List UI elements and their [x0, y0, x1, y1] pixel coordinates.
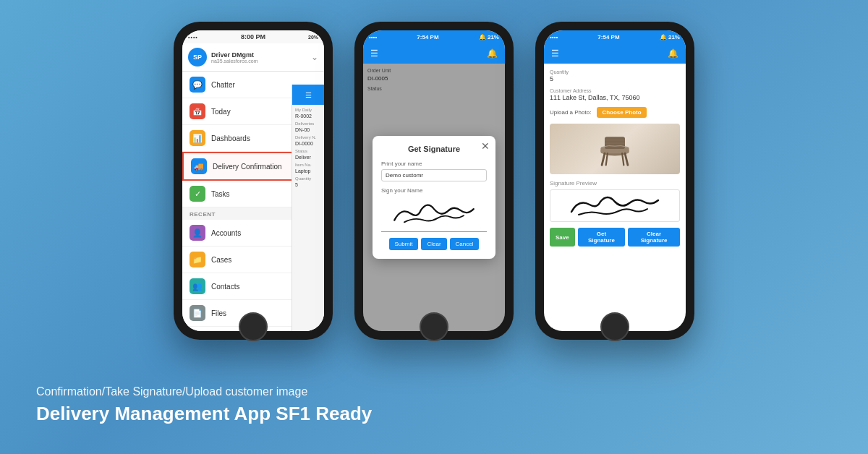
bell-icon-3[interactable]: 🔔: [668, 48, 678, 59]
signal-dots-2: ••••: [369, 34, 377, 40]
rp-value-1: R-0002: [295, 113, 321, 119]
phone-2: •••• 7:54 PM 🔔 21% ☰ 🔔 Order Unit DI-000…: [354, 22, 514, 340]
submit-button[interactable]: Submit: [389, 238, 419, 250]
battery-2: 🔔 21%: [479, 34, 499, 40]
right-panel-content: My Daily R-0002 Deliveries DN-00 Deliver…: [292, 105, 324, 193]
battery-3: 🔔 21%: [660, 34, 680, 40]
home-button-1[interactable]: [239, 312, 268, 341]
clear-signature-button[interactable]: Clear Signature: [628, 228, 680, 247]
back-icon: ☰: [305, 91, 312, 99]
svg-line-8: [606, 153, 608, 165]
battery-info: 20%: [308, 35, 318, 40]
bottom-text-area: Confirmation/Take Signature/Upload custo…: [36, 385, 372, 425]
hamburger-icon-3[interactable]: ☰: [551, 48, 559, 59]
phone-1-status-bar: •••• 8:00 PM 20%: [182, 30, 324, 43]
nav-label-accounts: Accounts: [211, 229, 241, 237]
user-url: na35.salesforce.com: [211, 59, 311, 64]
rp-label-2: Deliveries: [295, 121, 321, 126]
accounts-icon: 👤: [190, 225, 205, 241]
signature-drawing: [381, 196, 487, 231]
signal-dots-3: ••••: [550, 34, 558, 40]
signature-preview-area: [550, 189, 680, 222]
svg-line-7: [625, 153, 628, 165]
signature-preview-label: Signature Preview: [550, 180, 680, 187]
rp-label-1: My Daily: [295, 108, 321, 112]
svg-rect-2: [605, 137, 625, 149]
phone-3: •••• 7:54 PM 🔔 21% ☰ 🔔 Quantity 5 Custom…: [535, 22, 694, 340]
signature-preview-drawing: [564, 192, 665, 220]
phone-2-screen: •••• 7:54 PM 🔔 21% ☰ 🔔 Order Unit DI-000…: [363, 30, 505, 331]
rp-label-3: Delivery N.: [295, 135, 321, 140]
modal-close-icon[interactable]: ✕: [481, 140, 490, 152]
home-button-2[interactable]: [420, 312, 448, 341]
nav-body: 💬 Chatter 📅 Today 📊 Dashboards: [182, 72, 324, 331]
home-button-3[interactable]: [600, 312, 629, 341]
avatar: SP: [188, 48, 207, 67]
phone-1: •••• 8:00 PM 20% SP Driver DMgmt na35.sa…: [174, 22, 333, 340]
svg-line-6: [602, 153, 605, 165]
signal-dots: ••••: [188, 35, 198, 40]
save-button[interactable]: Save: [550, 228, 575, 247]
get-signature-button[interactable]: Get Signature: [578, 228, 626, 247]
nav-label-tasks: Tasks: [211, 190, 230, 198]
phone-2-status-bar: •••• 7:54 PM 🔔 21%: [363, 30, 505, 43]
time-display-2: 7:54 PM: [417, 34, 438, 40]
choose-photo-button[interactable]: Choose Photo: [597, 107, 646, 118]
rp-value-4: Deliver: [295, 155, 321, 160]
rp-value-3: DI-0000: [295, 141, 321, 146]
bottom-title: Delivery Management App SF1 Ready: [36, 403, 372, 425]
contacts-icon: 👥: [190, 278, 205, 294]
time-display-3: 7:54 PM: [597, 34, 619, 40]
nav-label-contacts: Contacts: [211, 283, 239, 291]
clear-button[interactable]: Clear: [421, 238, 446, 250]
print-name-input[interactable]: Demo customr: [381, 169, 487, 181]
nav-label-dashboards: Dashboards: [211, 134, 250, 142]
chatter-icon: 💬: [190, 77, 205, 93]
signature-canvas[interactable]: [381, 196, 487, 232]
user-name: Driver DMgmt: [211, 51, 311, 59]
nav-label-chatter: Chatter: [211, 81, 235, 89]
right-panel: ☰ My Daily R-0002 Deliveries DN-00 Deliv…: [292, 85, 324, 331]
quantity-label: Quantity: [550, 69, 680, 74]
upload-label: Upload a Photo:: [550, 109, 591, 116]
today-icon: 📅: [190, 103, 205, 119]
chevron-down-icon: ⌄: [311, 52, 318, 62]
dashboards-icon: 📊: [190, 130, 205, 146]
address-label: Customer Address: [550, 88, 680, 93]
bell-icon[interactable]: 🔔: [487, 48, 498, 59]
print-name-label: Print your name: [381, 160, 487, 167]
phone-3-header: ☰ 🔔: [544, 43, 686, 64]
upload-photo-row: Upload a Photo: Choose Photo: [550, 107, 680, 118]
delivery-icon: 🚚: [191, 158, 207, 174]
header-info: Driver DMgmt na35.salesforce.com: [211, 51, 311, 64]
cancel-button[interactable]: Cancel: [450, 238, 480, 250]
cases-icon: 📁: [190, 252, 205, 267]
quantity-value: 5: [550, 75, 680, 82]
phone-3-status-bar: •••• 7:54 PM 🔔 21%: [544, 30, 686, 43]
sign-name-label: Sign your Name: [381, 187, 487, 194]
product-image: [550, 124, 680, 174]
nav-label-delivery: Delivery Confirmation: [213, 163, 282, 171]
nav-label-today: Today: [211, 108, 231, 116]
right-panel-header: ☰: [292, 85, 324, 105]
action-buttons-row: Save Get Signature Clear Signature: [550, 228, 680, 247]
phone-1-header: SP Driver DMgmt na35.salesforce.com ⌄: [182, 43, 324, 72]
rp-label-6: Quantity: [295, 176, 321, 181]
hamburger-icon[interactable]: ☰: [370, 48, 378, 59]
svg-line-9: [622, 153, 624, 165]
nav-label-cases: Cases: [211, 256, 231, 264]
chair-illustration: [563, 129, 667, 169]
phone-3-content: Quantity 5 Customer Address 111 Lake St,…: [544, 64, 686, 252]
rp-label-4: Status: [295, 149, 321, 153]
time-display: 8:00 PM: [241, 33, 265, 40]
rp-value-2: DN-00: [295, 127, 321, 132]
rp-value-5: Laptop: [295, 168, 321, 174]
tasks-icon: ✓: [190, 186, 205, 202]
phone-1-screen: •••• 8:00 PM 20% SP Driver DMgmt na35.sa…: [182, 30, 324, 331]
phone-3-screen: •••• 7:54 PM 🔔 21% ☰ 🔔 Quantity 5 Custom…: [544, 30, 686, 331]
battery-percent: 20%: [308, 35, 318, 40]
phones-container: •••• 8:00 PM 20% SP Driver DMgmt na35.sa…: [0, 22, 868, 340]
get-signature-modal: ✕ Get Signature Print your name Demo cus…: [373, 136, 495, 259]
rp-value-6: 5: [295, 182, 321, 187]
rp-label-5: Item Na.: [295, 163, 321, 167]
